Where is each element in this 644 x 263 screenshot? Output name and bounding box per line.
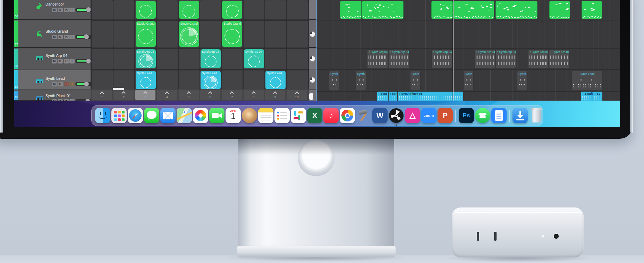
column-trigger-10[interactable]: 10 [287,90,307,100]
audio-clip-synth-arp[interactable]: ↕ Synth Arp 04 [389,49,409,68]
loop-cell[interactable] [222,70,243,90]
midi-clip-synth-pluck[interactable]: ↕ Synth [581,92,593,101]
audio-clip-synth-arp[interactable]: ↕ Synth Arp 04 [367,49,388,68]
track-header-synth-pluck-01[interactable]: 40Synth Pluck 01MSRI [14,91,91,101]
loop-cell[interactable] [287,0,308,19]
record-enable-button[interactable]: R [64,82,69,86]
slack-icon[interactable] [291,108,306,123]
record-enable-button[interactable]: R [64,35,69,39]
loop-cell[interactable] [92,49,113,69]
column-trigger-9[interactable]: 9 [265,90,285,100]
excel-icon[interactable]: X [307,108,322,123]
notes-icon[interactable] [258,108,273,123]
loop-cell[interactable] [244,21,264,48]
loop-clip[interactable]: Synth Lead [136,71,156,89]
audio-clip-synth-arp[interactable]: ↕ Synth Arp 04 [431,49,452,68]
loop-clip[interactable] [222,1,242,19]
track-header-studio-grand[interactable]: 37Studio GrandMSRI [14,20,91,48]
loop-cell[interactable] [113,0,134,19]
solo-button[interactable]: S [58,59,63,63]
loop-cell[interactable] [265,0,286,19]
record-enable-button[interactable]: R [64,59,69,63]
volume-knob[interactable] [84,34,89,39]
messages-icon[interactable] [144,108,159,123]
mute-button[interactable]: M [52,59,57,63]
column-trigger-1[interactable]: 1 [92,90,112,100]
photoshop-icon[interactable]: Ps [459,108,474,123]
loop-clip[interactable]: Studio Grand [222,21,242,47]
loop-clip[interactable]: Studio Grand [179,21,199,47]
column-trigger-3[interactable]: 3 [135,90,155,100]
midi-clip-synth[interactable]: Synth Lead [571,71,603,90]
loop-cell[interactable] [265,21,286,48]
loop-clip[interactable]: Studio Grand [136,21,156,47]
column-trigger-6[interactable]: 6 [200,90,220,100]
loop-cell[interactable] [222,49,243,69]
volume-knob[interactable] [86,7,91,12]
loop-clip[interactable]: Synth Lead [265,71,286,89]
audio-clip-synth-arp[interactable]: ↕ Synth Arp 04 [528,49,549,68]
safari-icon[interactable] [128,108,143,123]
mute-button[interactable]: M [52,35,57,39]
audio-clip-synth-arp[interactable]: ↕ Synth Arp 04 [549,49,569,68]
track-header-synth-lead[interactable]: 39Synth LeadMSRI [14,70,91,90]
midi-region-dancefloor[interactable] [582,1,602,19]
audio-clip-synth-arp[interactable]: ↕ Synth Arp 04 [475,49,495,68]
midi-region-dancefloor[interactable] [431,1,453,19]
midi-clip-synth[interactable]: Synth [356,71,366,90]
facetime-icon[interactable] [209,108,224,123]
loop-cell[interactable] [244,70,264,90]
input-monitor-button[interactable]: I [69,82,75,86]
loop-cell[interactable] [92,0,113,19]
loop-cell[interactable] [157,21,178,48]
reminders-icon[interactable] [274,108,290,123]
word-icon[interactable]: W [372,108,388,123]
volume-knob[interactable] [84,82,89,86]
loop-cell[interactable] [287,49,308,69]
track-header-synth-arp-04[interactable]: 38Synth Arp 04MSRI [14,49,91,69]
column-trigger-2[interactable]: 2 [113,90,134,100]
loop-cell[interactable] [200,21,221,48]
midi-region-dancefloor[interactable] [454,1,494,19]
record-enable-button[interactable]: R [64,8,69,12]
calendar-icon[interactable]: APR1 [226,108,241,123]
chrome-icon[interactable] [340,108,355,123]
input-monitor-button[interactable]: I [69,99,75,101]
midi-clip-synth-pluck[interactable]: ↕ Synt [377,92,388,101]
midi-clip-synth[interactable]: Synth [463,71,474,90]
loop-cell[interactable] [179,70,200,90]
powerpoint-icon[interactable]: P [438,108,453,123]
photos-icon[interactable] [193,108,208,123]
zoom-icon[interactable]: zoom [421,108,437,123]
mail-icon[interactable] [160,108,176,123]
downloads-icon[interactable] [512,108,528,123]
loop-cell[interactable] [92,70,113,90]
midi-clip-synth[interactable]: Synth [517,71,527,90]
affinity-icon[interactable]: △ [405,108,420,123]
loop-clip[interactable] [179,1,199,19]
maps-icon[interactable] [177,108,192,123]
trash-icon[interactable] [529,108,544,123]
record-enable-button[interactable]: R [64,99,69,101]
music-icon[interactable]: ♪ [323,108,339,123]
loop-cell[interactable] [157,49,178,69]
solo-button[interactable]: S [58,35,63,39]
mute-button[interactable]: M [52,82,57,86]
loop-cell[interactable] [244,0,264,19]
midi-clip-synth-pluck[interactable]: ↕ Synt [389,92,397,101]
solo-button[interactable]: S [58,99,63,101]
launchpad-icon[interactable] [111,108,127,123]
loop-cell[interactable] [157,70,178,90]
contacts-icon[interactable] [242,108,257,123]
loop-clip[interactable]: Synth Arp 04 [136,49,156,68]
midi-clip-synth[interactable]: Synth [329,71,339,90]
loop-cell[interactable] [287,70,308,90]
playhead[interactable] [453,0,454,101]
solo-button[interactable]: S [58,8,63,12]
loop-cell[interactable] [200,0,221,19]
midi-region-dancefloor[interactable] [549,1,570,19]
loop-cell[interactable] [157,0,178,19]
midi-region-dancefloor[interactable] [340,1,362,19]
volume-knob[interactable] [85,99,90,101]
loop-clip[interactable]: Synth Arp 04 [244,49,264,68]
